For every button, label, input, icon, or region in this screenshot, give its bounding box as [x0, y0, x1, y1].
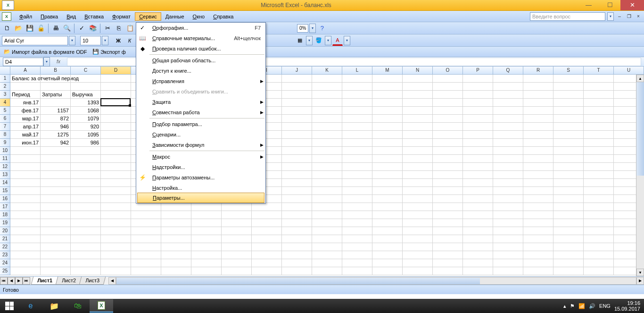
cell[interactable]: 920 [71, 123, 101, 131]
menu-файл[interactable]: Файл [15, 12, 36, 21]
cell[interactable] [463, 235, 493, 243]
cell[interactable] [101, 107, 131, 115]
cell[interactable] [403, 259, 433, 267]
cell[interactable] [101, 115, 131, 123]
cell[interactable] [553, 123, 584, 131]
cell[interactable] [342, 171, 372, 179]
sheet-tab-Лист2[interactable]: Лист2 [56, 277, 83, 285]
cell[interactable] [312, 251, 342, 259]
cell[interactable] [403, 99, 433, 107]
menu-данные[interactable]: Данные [161, 12, 189, 21]
cell[interactable] [523, 99, 553, 107]
cell[interactable] [10, 227, 41, 235]
cell[interactable] [41, 179, 71, 187]
cell[interactable] [71, 155, 101, 163]
cell[interactable] [191, 251, 222, 259]
cell[interactable] [10, 147, 41, 155]
cell[interactable] [523, 219, 553, 227]
cell[interactable] [372, 131, 403, 139]
cell[interactable] [161, 203, 191, 211]
cell[interactable] [403, 195, 433, 203]
cell[interactable] [342, 179, 372, 187]
cell[interactable] [161, 219, 191, 227]
cell[interactable] [282, 147, 312, 155]
cell[interactable] [71, 259, 101, 267]
ask-question-box[interactable]: Введите вопрос [530, 12, 605, 21]
cell[interactable] [433, 139, 463, 147]
cell[interactable] [71, 187, 101, 195]
cell[interactable] [433, 251, 463, 259]
doc-close-button[interactable]: × [635, 13, 642, 20]
cell[interactable] [493, 131, 523, 139]
cell[interactable] [71, 147, 101, 155]
cell[interactable] [312, 163, 342, 171]
cell[interactable] [584, 139, 614, 147]
cell[interactable] [493, 99, 523, 107]
cell[interactable] [433, 155, 463, 163]
sheet-tab-Лист3[interactable]: Лист3 [79, 277, 106, 285]
cell[interactable] [342, 267, 372, 275]
cell[interactable] [463, 107, 493, 115]
cell[interactable] [312, 179, 342, 187]
cell[interactable] [433, 219, 463, 227]
cell[interactable] [252, 267, 282, 275]
cell[interactable] [252, 235, 282, 243]
cell[interactable] [553, 131, 584, 139]
font-name-box[interactable]: Arial Cyr [2, 36, 68, 45]
cell[interactable] [312, 171, 342, 179]
col-header-R[interactable]: R [523, 67, 553, 74]
cell[interactable] [161, 211, 191, 219]
cell[interactable] [10, 155, 41, 163]
cell[interactable] [403, 227, 433, 235]
col-header-P[interactable]: P [463, 67, 493, 74]
cell[interactable] [71, 267, 101, 275]
tab-next-icon[interactable]: ▶ [15, 277, 23, 285]
tab-first-icon[interactable]: ⏮ [0, 277, 8, 285]
cell[interactable] [222, 203, 252, 211]
cell[interactable] [71, 227, 101, 235]
cell[interactable] [161, 259, 191, 267]
cell[interactable] [553, 195, 584, 203]
cell[interactable] [101, 235, 131, 243]
cell[interactable] [282, 243, 312, 251]
cell[interactable] [342, 211, 372, 219]
cell[interactable] [372, 227, 403, 235]
taskbar-excel-icon[interactable]: X [90, 299, 113, 313]
row-header-7[interactable]: 7 [0, 123, 10, 131]
name-box[interactable]: D4 [3, 58, 43, 66]
row-header-21[interactable]: 21 [0, 235, 10, 243]
cell[interactable] [463, 75, 493, 83]
cell[interactable] [493, 251, 523, 259]
cell[interactable] [584, 91, 614, 99]
horizontal-scrollbar[interactable]: ◀ ▶ [108, 277, 644, 285]
cell[interactable] [584, 243, 614, 251]
cell[interactable] [463, 195, 493, 203]
cell[interactable] [101, 83, 131, 91]
cell[interactable] [463, 259, 493, 267]
cell[interactable] [101, 259, 131, 267]
menu-item[interactable]: Исправления▶ [136, 76, 265, 86]
cell[interactable] [553, 171, 584, 179]
cell[interactable] [101, 243, 131, 251]
fill-dropdown-icon[interactable]: ▾ [325, 36, 331, 45]
cell[interactable] [312, 219, 342, 227]
cell[interactable] [282, 227, 312, 235]
cell[interactable] [433, 83, 463, 91]
row-header-8[interactable]: 8 [0, 131, 10, 139]
row-header-13[interactable]: 13 [0, 171, 10, 179]
permission-icon[interactable]: 🔓 [36, 23, 46, 34]
cell[interactable] [282, 195, 312, 203]
scroll-left-icon[interactable]: ◀ [108, 277, 116, 285]
cell[interactable] [342, 131, 372, 139]
row-header-15[interactable]: 15 [0, 187, 10, 195]
cell[interactable] [10, 243, 41, 251]
cell[interactable] [403, 91, 433, 99]
save-icon[interactable]: 💾 [25, 23, 35, 34]
cell[interactable] [312, 75, 342, 83]
cell[interactable] [403, 83, 433, 91]
menu-формат[interactable]: Формат [108, 12, 135, 21]
cell[interactable] [312, 107, 342, 115]
minimize-button[interactable]: — [578, 0, 599, 10]
cell[interactable] [523, 251, 553, 259]
cell[interactable] [41, 259, 71, 267]
